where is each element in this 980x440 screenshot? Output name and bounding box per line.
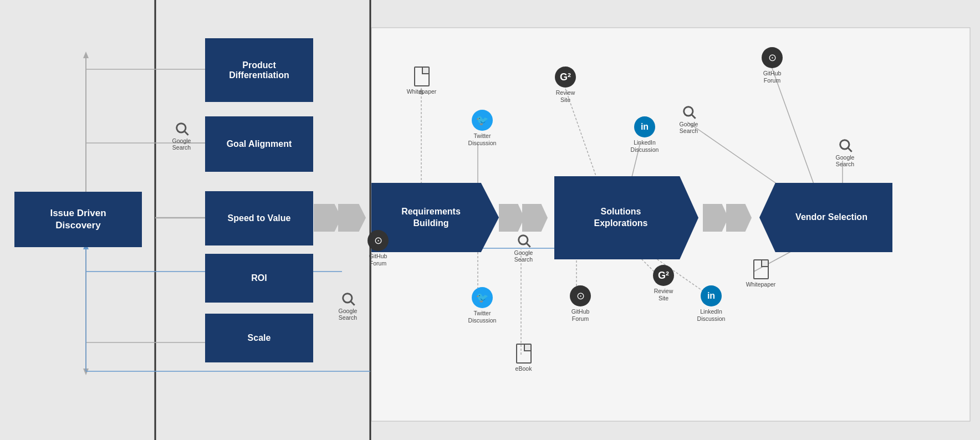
arrow-speed-to-req-left (314, 204, 341, 232)
goal-alignment-box: Goal Alignment (205, 116, 313, 172)
svg-point-47 (176, 124, 185, 132)
svg-marker-15 (83, 369, 89, 375)
svg-line-50 (692, 115, 695, 118)
svg-point-55 (343, 294, 351, 303)
svg-point-51 (840, 140, 849, 149)
speed-to-value-box: Speed to Value (205, 191, 313, 245)
svg-line-52 (848, 148, 851, 151)
arrow-req-to-sol-1 (499, 204, 524, 232)
solutions-explorations-box: Solutions Explorations (554, 176, 698, 259)
github-forum-node-2: ⊙ GitHub Forum (359, 230, 397, 267)
arrow-sol-to-vendor-1 (703, 204, 728, 232)
google-search-node-4: Google Search (506, 233, 542, 263)
review-site-node-1: G² Review Site (546, 66, 585, 103)
google-search-node-2: Google Search (671, 104, 707, 134)
github-forum-node-1: ⊙ GitHub Forum (753, 47, 792, 84)
svg-point-49 (683, 107, 692, 116)
arrow-speed-to-req-mid (338, 204, 366, 232)
ebook-node: eBook (506, 344, 542, 372)
whitepaper-node-1: Whitepaper (404, 66, 440, 95)
product-differentiation-box: Product Differentiation (205, 38, 313, 102)
svg-marker-13 (83, 52, 89, 58)
svg-line-48 (185, 131, 188, 135)
twitter-discussion-node-2: 🐦 Twitter Discussion (463, 287, 502, 324)
scale-box: Scale (205, 314, 313, 362)
svg-point-53 (518, 236, 527, 244)
linkedin-discussion-node-2: in LinkedIn Discussion (692, 285, 731, 322)
linkedin-discussion-node-1: in LinkedIn Discussion (625, 116, 664, 153)
review-site-node-2: G² Review Site (644, 265, 683, 301)
arrow-sol-to-vendor-2 (726, 204, 752, 232)
diagram-container: Issue Driven Discovery Product Different… (0, 0, 980, 440)
svg-line-54 (527, 243, 530, 247)
google-search-node-5: Google Search (330, 291, 366, 321)
google-search-node-3: Google Search (827, 137, 863, 167)
github-forum-node-3: ⊙ GitHub Forum (561, 285, 600, 322)
issue-driven-discovery-box: Issue Driven Discovery (14, 192, 142, 247)
twitter-discussion-node-1: 🐦 Twitter Discussion (463, 110, 502, 146)
vendor-selection-box: Vendor Selection (759, 183, 892, 252)
roi-box: ROI (205, 254, 313, 303)
svg-line-56 (351, 301, 354, 305)
arrow-req-to-sol-2 (522, 204, 548, 232)
whitepaper-node-2: Whitepaper (743, 259, 779, 288)
google-search-node-1: Google Search (164, 121, 200, 151)
